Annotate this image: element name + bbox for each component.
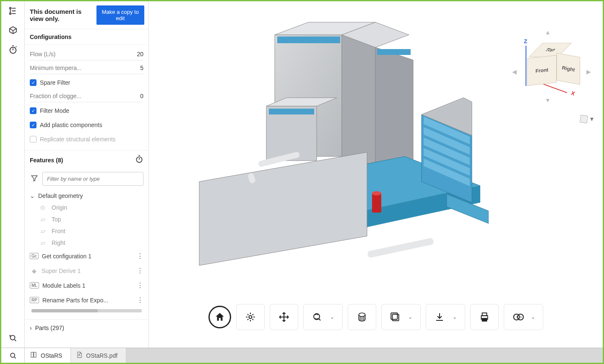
- svg-rect-38: [34, 352, 36, 357]
- pdf-icon: [76, 351, 83, 360]
- diamond-icon: ◆: [30, 267, 38, 275]
- chevron-down-icon: ⌄: [408, 314, 412, 320]
- banner-text: This document is view only.: [30, 8, 96, 22]
- stopwatch-icon[interactable]: [135, 155, 143, 165]
- svg-rect-33: [482, 318, 487, 321]
- sidebar: This document is view only. Make a copy …: [25, 1, 149, 348]
- tab-bar: OStaRS OStaRS.pdf: [1, 348, 603, 363]
- svg-rect-11: [377, 49, 411, 55]
- model-canvas[interactable]: ▲ ◀ ▶ ▼ Top Front Right ▾: [149, 1, 603, 348]
- cube-arrow-right-icon[interactable]: ▶: [586, 68, 591, 75]
- tree-plane-front[interactable]: ▱ Front: [27, 225, 146, 237]
- checkbox-icon: [30, 79, 36, 86]
- plane-icon: ▱: [39, 216, 47, 223]
- tree-plane-top[interactable]: ▱ Top: [27, 213, 146, 225]
- tree-origin[interactable]: ⊙ Origin: [27, 202, 146, 213]
- svg-rect-10: [277, 36, 340, 43]
- feature-tree-icon[interactable]: [6, 4, 20, 18]
- feature-get-configuration[interactable]: Gc Get configuration 1 ⋮: [27, 249, 146, 263]
- tree-default-geometry[interactable]: ⌄ Default geometry: [27, 190, 146, 202]
- svg-rect-21: [372, 193, 381, 213]
- chevron-down-icon: ⌄: [531, 314, 535, 320]
- part-studio-icon: [30, 351, 37, 360]
- drag-handle-icon[interactable]: ⋮: [137, 267, 143, 275]
- param-min-temp[interactable]: Minimum tempera... 5: [30, 60, 143, 74]
- svg-point-1: [9, 13, 11, 15]
- svg-point-0: [9, 8, 11, 9]
- feature-scrollbar[interactable]: [31, 309, 142, 312]
- tree-plane-right[interactable]: ▱ Right: [27, 237, 146, 249]
- cube-mini-icon: [580, 114, 588, 123]
- model-rendering: [187, 18, 489, 286]
- svg-rect-14: [269, 109, 314, 114]
- export-dropdown[interactable]: ⌄: [426, 304, 465, 330]
- chevron-down-icon: ⌄: [453, 314, 457, 320]
- checkbox-replicate[interactable]: Replicate structural elements: [30, 131, 143, 145]
- drag-handle-icon[interactable]: ⋮: [137, 252, 143, 260]
- display-mode-dropdown[interactable]: ⌄: [381, 304, 421, 330]
- plane-icon: ▱: [39, 239, 47, 246]
- svg-rect-37: [31, 352, 33, 357]
- stopwatch-icon[interactable]: [6, 42, 20, 57]
- checkbox-icon: [30, 136, 36, 143]
- checkbox-icon: [30, 107, 36, 114]
- checkbox-spare-filter[interactable]: Spare Filter: [30, 74, 143, 88]
- svg-marker-6: [342, 35, 375, 169]
- section-view-button[interactable]: [348, 304, 376, 330]
- drag-handle-icon[interactable]: ⋮: [137, 281, 143, 289]
- svg-point-36: [10, 353, 15, 357]
- left-rail: [1, 1, 25, 348]
- drag-handle-icon[interactable]: ⋮: [137, 296, 143, 304]
- cube-arrow-left-icon[interactable]: ◀: [512, 68, 517, 75]
- chevron-down-icon: ⌄: [330, 314, 334, 320]
- svg-point-27: [249, 316, 252, 319]
- tab-search-icon[interactable]: [1, 348, 25, 363]
- cube-face-front[interactable]: Front: [527, 55, 557, 86]
- feature-filter-input[interactable]: [42, 172, 143, 186]
- features-header: Features (8): [25, 150, 148, 169]
- search-history-icon[interactable]: [6, 331, 20, 345]
- tab-ostars-pdf[interactable]: OStaRS.pdf: [71, 348, 126, 363]
- cube-face-right[interactable]: Right: [557, 53, 580, 85]
- cube-arrow-up-icon[interactable]: ▲: [545, 29, 551, 36]
- funnel-icon[interactable]: [30, 174, 39, 184]
- view-mode-dropdown[interactable]: ▾: [580, 115, 594, 123]
- home-view-button[interactable]: [208, 306, 231, 328]
- feature-rename-parts[interactable]: RP Rename Parts for Expo... ⋮: [27, 293, 146, 307]
- cube-icon[interactable]: [6, 23, 20, 37]
- svg-point-28: [314, 314, 320, 320]
- orbit-button[interactable]: [236, 304, 265, 330]
- zoom-dropdown[interactable]: ⌄: [303, 304, 343, 330]
- chevron-right-icon: ›: [30, 325, 32, 331]
- chevron-down-icon: ⌄: [30, 192, 36, 199]
- measure-dropdown[interactable]: ⌄: [504, 304, 543, 330]
- parts-section[interactable]: › Parts (297): [25, 319, 148, 336]
- print-button[interactable]: [470, 304, 499, 330]
- feature-super-derive[interactable]: ◆ Super Derive 1 ⋮: [27, 263, 146, 278]
- feature-module-labels[interactable]: ML Module Labels 1 ⋮: [27, 278, 146, 293]
- view-toolbar: ⌄ ⌄ ⌄ ⌄: [203, 299, 548, 335]
- axis-z: [526, 46, 526, 86]
- svg-point-4: [136, 157, 142, 162]
- configurations-title: Configurations: [25, 29, 148, 45]
- view-only-banner: This document is view only. Make a copy …: [25, 1, 148, 29]
- checkbox-icon: [30, 122, 36, 128]
- origin-icon: ⊙: [39, 204, 47, 211]
- chevron-down-icon: ▾: [590, 115, 594, 123]
- view-cube[interactable]: ▲ ◀ ▶ ▼ Top Front Right ▾: [515, 26, 590, 102]
- plane-icon: ▱: [39, 228, 47, 234]
- param-flow[interactable]: Flow (L/s) 20: [30, 47, 143, 60]
- checkbox-add-plastic[interactable]: Add plastic components: [30, 117, 143, 131]
- param-fraction[interactable]: Fraction of clogge... 0: [30, 88, 143, 102]
- svg-point-22: [372, 191, 381, 195]
- checkbox-filter-mode[interactable]: Filter Mode: [30, 102, 143, 117]
- svg-rect-25: [367, 238, 434, 258]
- svg-rect-32: [482, 313, 487, 316]
- cube-arrow-down-icon[interactable]: ▼: [545, 97, 551, 104]
- tab-ostars[interactable]: OStaRS: [25, 348, 71, 363]
- pan-button[interactable]: [270, 304, 298, 330]
- make-copy-button[interactable]: Make a copy to edit: [96, 5, 144, 25]
- svg-marker-18: [199, 152, 367, 265]
